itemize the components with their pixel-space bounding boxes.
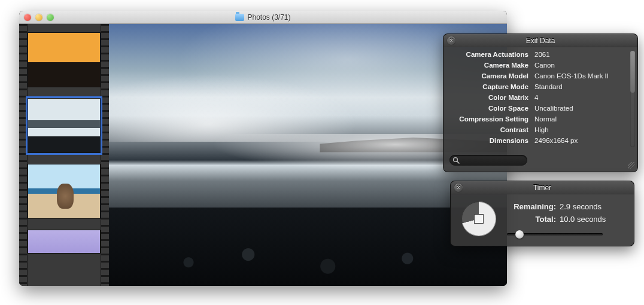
panel-close-button[interactable]: × [447, 36, 455, 45]
exif-label: Dimensions [447, 135, 534, 146]
window-minimize-button[interactable] [35, 14, 42, 21]
timer-panel[interactable]: × Timer Remaining: 2.9 seconds Total: 10… [450, 181, 634, 246]
window-zoom-button[interactable] [47, 14, 54, 21]
exif-label: Camera Actuations [447, 49, 534, 60]
exif-value: Canon EOS-1Ds Mark II [534, 71, 609, 81]
exif-label: Capture Mode [447, 81, 534, 92]
exif-label: Camera Model [447, 71, 534, 81]
timer-total-label: Total: [507, 215, 556, 224]
exif-value: 2496x1664 px [534, 135, 578, 146]
panel-titlebar[interactable]: × Timer [451, 181, 634, 194]
thumbnail-filmstrip[interactable] [19, 24, 109, 286]
exif-value: Canon [534, 60, 555, 71]
resize-grip-icon[interactable] [628, 162, 635, 169]
exif-value: High [534, 124, 549, 135]
photos-window: Photos (3/71) [19, 11, 507, 286]
timer-progress-pie[interactable] [461, 202, 496, 236]
thumbnail[interactable] [28, 164, 101, 219]
exif-data-panel[interactable]: × Exif Data Camera Actuations2061 Camera… [443, 33, 638, 172]
timer-remaining-value: 2.9 seconds [560, 202, 602, 211]
panel-close-button[interactable]: × [454, 184, 463, 192]
exif-row: Camera ModelCanon EOS-1Ds Mark II [447, 71, 629, 81]
exif-value: 2061 [534, 49, 550, 60]
exif-value: 4 [534, 92, 538, 103]
exif-row: Color Matrix4 [447, 92, 629, 103]
exif-row: ContrastHigh [447, 124, 629, 135]
exif-search-input[interactable] [449, 155, 527, 166]
exif-row: Camera Actuations2061 [447, 49, 629, 60]
thumbnail[interactable] [28, 32, 101, 87]
window-title: Photos (3/71) [247, 13, 290, 22]
timer-interval-slider[interactable] [507, 233, 603, 236]
exif-label: Color Space [447, 103, 534, 114]
exif-value: Normal [534, 114, 557, 124]
thumbnail-selected[interactable] [28, 98, 101, 153]
stop-icon[interactable] [474, 214, 484, 224]
exif-label: Contrast [447, 124, 534, 135]
exif-label: Camera Make [447, 60, 534, 71]
exif-row: Capture ModeStandard [447, 81, 629, 92]
search-icon [452, 157, 460, 164]
film-sprocket-left [19, 24, 28, 286]
film-sprocket-right [101, 24, 109, 286]
exif-row: Dimensions2496x1664 px [447, 135, 629, 146]
exif-row: Color SpaceUncalibrated [447, 103, 629, 114]
slider-knob[interactable] [515, 230, 524, 239]
exif-row: Camera MakeCanon [447, 60, 629, 71]
window-close-button[interactable] [24, 14, 31, 21]
panel-title: Timer [533, 184, 551, 192]
exif-list[interactable]: Camera Actuations2061 Camera MakeCanon C… [443, 47, 637, 151]
thumbnail[interactable] [28, 230, 101, 254]
panel-titlebar[interactable]: × Exif Data [443, 34, 637, 47]
exif-value: Uncalibrated [534, 103, 573, 114]
window-titlebar[interactable]: Photos (3/71) [19, 11, 507, 24]
exif-row: Compression SettingNormal [447, 114, 629, 124]
exif-label: Compression Setting [447, 114, 534, 124]
timer-remaining-label: Remaining: [507, 202, 556, 211]
panel-title: Exif Data [526, 36, 555, 45]
exif-value: Standard [534, 81, 563, 92]
svg-line-1 [457, 161, 459, 163]
exif-label: Color Matrix [447, 92, 534, 103]
timer-total-value: 10.0 seconds [560, 215, 606, 224]
folder-icon [235, 14, 244, 21]
